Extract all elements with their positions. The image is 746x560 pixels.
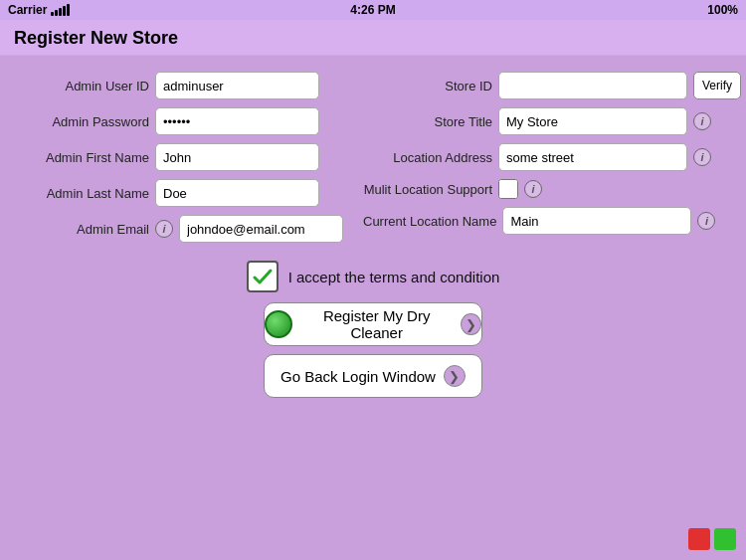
current-location-label: Current Location Name [363, 214, 496, 229]
goback-btn-row: Go Back Login Window ❯ [0, 354, 746, 398]
goback-button[interactable]: Go Back Login Window ❯ [264, 354, 482, 398]
store-title-row: Store Title i [363, 107, 746, 135]
admin-user-id-row: Admin User ID [20, 72, 343, 99]
multi-location-row: Mulit Location Support i [363, 179, 746, 199]
admin-last-name-row: Admin Last Name [20, 179, 343, 207]
location-address-label: Location Address [363, 150, 492, 165]
location-address-info-icon[interactable]: i [693, 148, 711, 166]
signal-bar-4 [63, 6, 66, 16]
register-btn-row: Register My Dry Cleaner ❯ [0, 302, 746, 346]
bottom-bar [688, 528, 736, 550]
page-title: Register New Store [0, 20, 746, 56]
register-button-label: Register My Dry Cleaner [300, 307, 453, 341]
signal-bars [51, 4, 70, 16]
admin-email-row: Admin Email i [20, 215, 343, 243]
store-id-input[interactable] [498, 72, 687, 99]
current-location-row: Current Location Name i [363, 207, 746, 235]
left-column: Admin User ID Admin Password Admin First… [20, 72, 343, 243]
multi-location-checkbox[interactable] [498, 179, 518, 199]
red-corner-button[interactable] [688, 528, 710, 550]
goback-arrow-icon: ❯ [444, 365, 466, 387]
register-icon [265, 310, 292, 338]
signal-bar-1 [51, 12, 54, 16]
signal-bar-5 [67, 4, 70, 16]
green-corner-button[interactable] [714, 528, 736, 550]
terms-row: I accept the terms and condition [0, 261, 746, 292]
terms-checkbox-box[interactable] [247, 261, 279, 292]
store-id-label: Store ID [363, 79, 492, 93]
admin-email-input[interactable] [179, 215, 343, 243]
verify-button[interactable]: Verify [693, 72, 741, 99]
register-arrow-icon: ❯ [461, 313, 481, 335]
multi-location-info-icon[interactable]: i [524, 180, 542, 198]
admin-first-name-input[interactable] [155, 143, 319, 171]
admin-user-id-input[interactable] [155, 72, 319, 99]
multi-location-label: Mulit Location Support [363, 182, 492, 197]
current-location-info-icon[interactable]: i [697, 212, 715, 230]
terms-text: I accept the terms and condition [288, 269, 500, 285]
admin-last-name-label: Admin Last Name [20, 186, 149, 201]
status-time: 4:26 PM [350, 3, 395, 17]
goback-button-label: Go Back Login Window [280, 368, 436, 385]
main-content: Admin User ID Admin Password Admin First… [0, 56, 746, 412]
status-left: Carrier [8, 3, 70, 17]
carrier-label: Carrier [8, 3, 47, 17]
admin-first-name-label: Admin First Name [20, 150, 149, 165]
admin-email-info-icon[interactable]: i [155, 220, 173, 238]
battery-label: 100% [707, 3, 738, 17]
location-address-row: Location Address i [363, 143, 746, 171]
admin-password-row: Admin Password [20, 107, 343, 135]
location-address-input[interactable] [498, 143, 687, 171]
status-bar: Carrier 4:26 PM 100% [0, 0, 746, 20]
store-title-info-icon[interactable]: i [693, 112, 711, 130]
admin-password-label: Admin Password [20, 114, 149, 129]
store-title-input[interactable] [498, 107, 687, 135]
signal-bar-2 [55, 10, 58, 16]
checkmark-icon [251, 265, 275, 288]
admin-first-name-row: Admin First Name [20, 143, 343, 171]
admin-user-id-label: Admin User ID [20, 79, 149, 93]
form-section: Admin User ID Admin Password Admin First… [0, 72, 746, 243]
admin-email-label: Admin Email [20, 222, 149, 237]
store-id-row: Store ID Verify i [363, 72, 746, 99]
register-button[interactable]: Register My Dry Cleaner ❯ [264, 302, 482, 346]
admin-last-name-input[interactable] [155, 179, 319, 207]
current-location-input[interactable] [502, 207, 691, 235]
store-title-label: Store Title [363, 114, 492, 129]
right-column: Store ID Verify i Store Title i Location… [363, 72, 746, 243]
admin-password-input[interactable] [155, 107, 319, 135]
signal-bar-3 [59, 8, 62, 16]
